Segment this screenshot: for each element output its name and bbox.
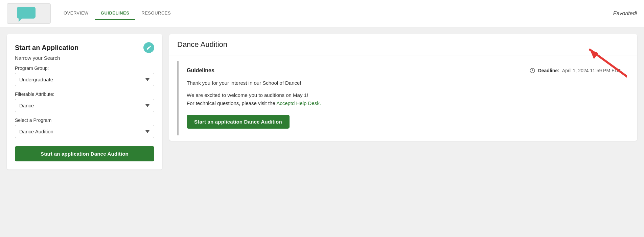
filterable-attribute-label: Filterable Attribute: (15, 91, 154, 97)
guidelines-heading: Guidelines (187, 68, 214, 74)
guidelines-section: Guidelines Deadline: April 1, 2024 11:59… (177, 61, 629, 135)
select-program-field: Select a Program Dance Audition Music Au… (15, 117, 154, 138)
text3-prefix: For technical questions, please visit th… (187, 100, 276, 106)
svg-marker-1 (19, 19, 22, 22)
program-group-label: Program Group: (15, 65, 154, 71)
select-program-select-wrapper: Dance Audition Music Audition (15, 125, 154, 138)
filterable-attribute-select-wrapper: Dance Music Theatre (15, 99, 154, 112)
nav-tabs: OVERVIEW GUIDELINES RESOURCES (58, 7, 613, 20)
program-title-bar: Dance Audition (169, 34, 637, 55)
clock-icon (529, 68, 535, 74)
help-desk-link[interactable]: Acceptd Help Desk. (276, 100, 321, 106)
guidelines-text-2: We are excited to welcome you to auditio… (187, 91, 621, 107)
favorited-label: Favorited! (613, 10, 637, 17)
text2-content: We are excited to welcome you to auditio… (187, 92, 308, 98)
guidelines-header-row: Guidelines Deadline: April 1, 2024 11:59… (187, 68, 621, 74)
panel-title: Start an Application (15, 44, 78, 52)
logo-area (7, 3, 51, 24)
panel-header: Start an Application (15, 42, 154, 53)
right-panel: Dance Audition Guidelines Deadline: Apri… (169, 34, 637, 141)
deadline-label: Deadline: (538, 68, 559, 73)
program-group-select-wrapper: Undergraduate Graduate (15, 73, 154, 86)
program-group-field: Program Group: Undergraduate Graduate (15, 65, 154, 86)
select-program-select[interactable]: Dance Audition Music Audition (15, 125, 154, 138)
filterable-attribute-select[interactable]: Dance Music Theatre (15, 99, 154, 112)
pencil-icon (146, 45, 152, 50)
tab-resources[interactable]: RESOURCES (135, 7, 177, 20)
tab-overview[interactable]: OVERVIEW (58, 7, 95, 20)
select-program-label: Select a Program (15, 117, 154, 123)
left-panel: Start an Application Narrow your Search … (7, 34, 162, 169)
svg-marker-4 (590, 50, 598, 59)
narrow-search-label: Narrow your Search (15, 55, 154, 61)
top-bar: OVERVIEW GUIDELINES RESOURCES Favorited! (0, 0, 644, 27)
filterable-attribute-field: Filterable Attribute: Dance Music Theatr… (15, 91, 154, 112)
edit-icon-button[interactable] (143, 42, 154, 53)
start-application-button-right[interactable]: Start an application Dance Audition (187, 115, 290, 129)
red-arrow-annotation (580, 46, 627, 80)
program-title: Dance Audition (177, 40, 629, 49)
svg-rect-0 (17, 7, 36, 19)
main-content: Start an Application Narrow your Search … (0, 27, 644, 223)
program-group-select[interactable]: Undergraduate Graduate (15, 73, 154, 86)
guidelines-text-1: Thank you for your interest in our Schoo… (187, 79, 621, 87)
tab-guidelines[interactable]: GUIDELINES (95, 7, 135, 20)
start-application-button-left[interactable]: Start an application Dance Audition (15, 146, 154, 161)
